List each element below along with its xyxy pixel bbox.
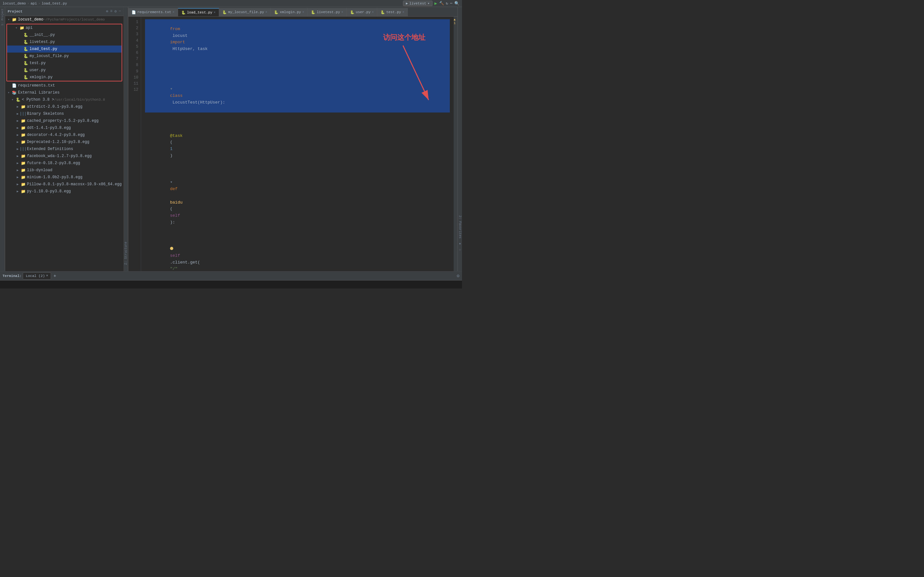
- tree-python38[interactable]: ▾ 🐍 < Python 3.8 > /usr/local/bin/python…: [5, 96, 124, 103]
- tree-future-label: future-0.18.2-py3.8.egg: [27, 161, 80, 165]
- collapse-icon[interactable]: ≡: [110, 9, 112, 14]
- tab-test[interactable]: 🐍 test.py ×: [377, 8, 408, 16]
- python-icon: 🐍: [15, 97, 21, 102]
- tree-root-folder[interactable]: ▾ 📁 locust_demo ~/PycharmProjects/locust…: [5, 16, 124, 23]
- folder-icon-sm6: 📁: [21, 153, 26, 159]
- code-line-1: from locust import HttpUser, task: [145, 19, 450, 59]
- tab-requirements-label: requirements.txt: [137, 10, 171, 14]
- tree-init-file[interactable]: 🐍 __init__.py: [7, 31, 121, 39]
- breadcrumb-locust-demo[interactable]: locust_demo: [3, 2, 26, 5]
- code-line-5: ▾ class LocustTest(HttpUser):: [145, 79, 450, 113]
- tab-test-close[interactable]: ×: [402, 11, 404, 14]
- folder-icon-sm11: 📁: [21, 189, 26, 194]
- tab-xmlogin-close[interactable]: ×: [302, 11, 304, 14]
- breakpoint-indicator: [170, 247, 173, 250]
- folder-icon-sm3: 📁: [21, 125, 26, 131]
- tree-user-file[interactable]: 🐍 user.py: [7, 67, 121, 74]
- tree-attrdict[interactable]: ▶ 📁 attrdict-2.0.1-py3.8.egg: [5, 103, 124, 110]
- tab-mylocust-label: my_locust_file.py: [228, 10, 264, 14]
- title-bar: locust_demo › api › load_test.py ▶ livet…: [0, 0, 462, 7]
- line-num-1: 1: [128, 19, 138, 25]
- python-file-icon5: 🐍: [23, 61, 28, 66]
- tree-facebook-wda[interactable]: ▶ 📁 facebook_wda-1.2.7-py3.8.egg: [5, 153, 124, 160]
- tree-cached-property[interactable]: ▶ 📁 cached_property-1.5.2-py3.8.egg: [5, 117, 124, 124]
- folder-icon-sm4: 📁: [21, 132, 26, 137]
- tab-mylocust[interactable]: 🐍 my_locust_file.py ×: [219, 8, 271, 16]
- tree-facebook-label: facebook_wda-1.2.7-py3.8.egg: [27, 154, 92, 158]
- project-tree: ▾ 📁 locust_demo ~/PycharmProjects/locust…: [5, 16, 124, 271]
- code-area[interactable]: from locust import HttpUser, task ▾ clas…: [141, 17, 454, 271]
- star-icon: ★: [459, 241, 461, 246]
- terminal-area: Terminal: Local (2) × + ⚙ fangyuan@MacBo…: [0, 271, 462, 288]
- line-num-7: 7: [128, 56, 138, 62]
- tree-loadtest-label: load_test.py: [29, 47, 57, 51]
- tree-decorator[interactable]: ▶ 📁 decorator-4.4.2-py3.8.egg: [5, 131, 124, 139]
- tab-livetest-close[interactable]: ×: [341, 11, 343, 14]
- terminal-settings-icon[interactable]: ⚙: [457, 273, 459, 279]
- tree-user-label: user.py: [29, 68, 45, 73]
- build-button[interactable]: 🔨: [439, 1, 444, 6]
- line-num-11: 11: [128, 81, 138, 87]
- terminal-tab-local[interactable]: Local (2) ×: [23, 272, 51, 279]
- tab-loadtest[interactable]: 🐍 load_test.py ×: [178, 8, 219, 16]
- structure-label[interactable]: Z: Structure: [124, 242, 128, 265]
- tab-loadtest-close[interactable]: ×: [214, 11, 216, 15]
- tree-binary-skeletons[interactable]: ▶ ||| Binary Skeletons: [5, 110, 124, 117]
- tree-deprecated[interactable]: ▶ 📁 Deprecated-1.2.10-py3.8.egg: [5, 139, 124, 145]
- settings-icon[interactable]: ⚙: [115, 9, 117, 14]
- locate-icon[interactable]: ⊕: [106, 9, 108, 14]
- tree-python38-label: < Python 3.8 >: [22, 97, 54, 102]
- tab-requirements-close[interactable]: ×: [173, 11, 174, 14]
- star-icon2: ☆: [459, 247, 461, 252]
- breadcrumb-file[interactable]: load_test.py: [42, 2, 67, 5]
- tree-loadtest-file[interactable]: 🐍 load_test.py: [7, 45, 121, 53]
- binary-skeletons-icon: |||: [21, 111, 26, 116]
- tree-test-file[interactable]: 🐍 test.py: [7, 60, 121, 67]
- text-file-icon: 📄: [11, 83, 17, 88]
- tree-minium[interactable]: ▶ 📁 minium-1.0.0b2-py3.8.egg: [5, 174, 124, 181]
- tree-mylocust-file[interactable]: 🐍 my_locust_file.py: [7, 53, 121, 60]
- python-file-icon6: 🐍: [23, 68, 28, 73]
- tab-loadtest-label: load_test.py: [187, 11, 212, 15]
- tab-user[interactable]: 🐍 user.py ×: [347, 8, 377, 16]
- tree-extended-defs[interactable]: ▶ ||| Extended Definitions: [5, 145, 124, 153]
- tab-requirements[interactable]: 📄 requirements.txt ×: [128, 8, 178, 16]
- favorites-label[interactable]: 2: Favorites: [458, 215, 462, 239]
- tree-ddt[interactable]: ▶ 📁 ddt-1.4.1-py3.8.egg: [5, 124, 124, 131]
- minimize-icon[interactable]: −: [119, 9, 121, 14]
- tree-future[interactable]: ▶ 📁 future-0.18.2-py3.8.egg: [5, 160, 124, 167]
- tab-xmlogin[interactable]: 🐍 xmlogin.py ×: [271, 8, 308, 16]
- editor-area: 📄 requirements.txt × 🐍 load_test.py × 🐍 …: [128, 7, 457, 271]
- tab-user-close[interactable]: ×: [372, 11, 374, 14]
- settings-button[interactable]: ⋯: [450, 1, 452, 6]
- line-num-3: 3: [128, 31, 138, 37]
- breadcrumb-api[interactable]: api: [31, 2, 37, 5]
- reload-button[interactable]: ↻: [446, 1, 448, 6]
- sidebar-project-label[interactable]: 1: Project: [1, 8, 4, 26]
- tab-livetest[interactable]: 🐍 livetest.py ×: [308, 8, 347, 16]
- run-button[interactable]: ▶: [435, 1, 437, 6]
- tab-xmlogin-label: xmlogin.py: [280, 10, 301, 14]
- tree-external-libs[interactable]: ▾ 📚 External Libraries: [5, 89, 124, 96]
- project-panel-title: Project: [8, 10, 104, 13]
- tab-mylocust-close[interactable]: ×: [265, 11, 267, 14]
- project-panel-icons: ⊕ ≡ ⚙ −: [106, 9, 121, 14]
- terminal-add-tab[interactable]: +: [52, 274, 57, 279]
- tree-api-folder[interactable]: ▾ 📁 api: [7, 24, 121, 31]
- tree-livetest-file[interactable]: 🐍 livetest.py: [7, 39, 121, 45]
- folder-icon-sm10: 📁: [21, 182, 26, 187]
- python-file-icon3: 🐍: [23, 47, 28, 52]
- tree-requirements-file[interactable]: 📄 requirements.txt: [5, 82, 124, 89]
- tree-api-arrow: ▾: [15, 26, 19, 30]
- tree-external-label: External Libraries: [18, 90, 60, 95]
- tree-pillow[interactable]: ▶ 📁 Pillow-8.0.1-py3.8-macosx-10.9-x86_6…: [5, 181, 124, 188]
- code-line-7: @task ( 1 ): [145, 119, 450, 166]
- tree-xmlogin-file[interactable]: 🐍 xmlogin.py: [7, 74, 121, 81]
- tree-lib-dynload[interactable]: ▶ 📁 lib-dynload: [5, 167, 124, 174]
- editor-gutter: ▲ 1: [454, 17, 457, 271]
- tree-py[interactable]: ▶ 📁 py-1.10.0-py3.8.egg: [5, 188, 124, 195]
- folder-icon-sm: 📁: [21, 104, 26, 109]
- search-button[interactable]: 🔍: [454, 1, 459, 6]
- livetest-button[interactable]: ▶ livetest ▾: [403, 1, 433, 6]
- terminal-tab-close[interactable]: ×: [46, 274, 48, 277]
